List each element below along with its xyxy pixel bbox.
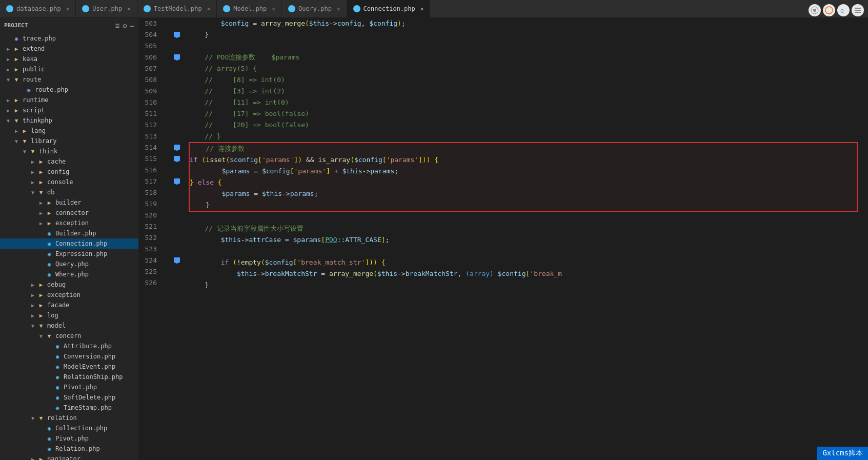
tree-item-trace[interactable]: ◉ trace.php <box>0 33 138 44</box>
tab-close-query[interactable]: ✕ <box>337 6 340 12</box>
tree-item-conversion-php[interactable]: ◉ Conversion.php <box>0 351 138 362</box>
tab-icon-model <box>223 5 230 12</box>
tree-item-kaka[interactable]: ▶ ▶ kaka <box>0 54 138 64</box>
tree-item-think[interactable]: ▼ ▼ think <box>0 146 138 156</box>
tree-label-paginator: paginator <box>47 455 80 460</box>
tree-item-pivot-concern-php[interactable]: ◉ Pivot.php <box>0 382 138 392</box>
folder-icon-relation: ▼ <box>37 414 45 422</box>
tree-item-thinkphp[interactable]: ▼ ▼ thinkphp <box>0 115 138 126</box>
tree-item-connection-php[interactable]: ◉ Connection.php <box>0 238 138 249</box>
ln-508: 508 <box>138 74 163 86</box>
tree-item-exception[interactable]: ▶ ▶ exception <box>0 290 138 300</box>
tree-item-builder[interactable]: ▶ ▶ builder <box>0 197 138 208</box>
tree-item-where-php[interactable]: ◉ Where.php <box>0 269 138 279</box>
bookmark-514 <box>174 145 180 151</box>
gutter-523 <box>169 244 185 255</box>
tree-item-route-php[interactable]: ◉ route.php <box>0 85 138 95</box>
folder-icon-debug: ▶ <box>37 281 45 289</box>
tree-item-log[interactable]: ▶ ▶ log <box>0 310 138 321</box>
sidebar-icon-settings[interactable]: ⚙ <box>123 22 127 30</box>
tree-item-debug[interactable]: ▶ ▶ debug <box>0 279 138 290</box>
file-icon-connection-php: ◉ <box>45 239 53 248</box>
tab-user-php[interactable]: User.php ✕ <box>76 0 137 17</box>
tree-item-attribute-php[interactable]: ◉ Attribute.php <box>0 341 138 351</box>
sidebar-icon-menu[interactable]: ≡ <box>115 22 119 30</box>
tree-label-conversion: Conversion.php <box>64 353 115 360</box>
tree-item-timestamp-php[interactable]: ◉ TimeStamp.php <box>0 403 138 413</box>
ie-icon[interactable]: e <box>837 4 850 16</box>
ln-518: 518 <box>138 187 163 198</box>
tree-item-runtime[interactable]: ▶ ▶ runtime <box>0 95 138 105</box>
tree-item-expression-php[interactable]: ◉ Expression.php <box>0 249 138 259</box>
ln-526: 526 <box>138 277 163 289</box>
tree-item-lang[interactable]: ▶ ▶ lang <box>0 126 138 136</box>
folder-icon-model: ▼ <box>37 322 45 330</box>
tree-item-route[interactable]: ▼ ▼ route <box>0 74 138 85</box>
folder-icon-route: ▼ <box>12 75 21 84</box>
code-content[interactable]: $config = array_merge($this->config, $co… <box>185 18 868 460</box>
tree-item-modelevent-php[interactable]: ◉ ModelEvent.php <box>0 362 138 372</box>
tree-item-console[interactable]: ▶ ▶ console <box>0 177 138 187</box>
tree-item-library[interactable]: ▼ ▼ library <box>0 136 138 146</box>
firefox-icon[interactable] <box>823 4 835 16</box>
file-icon-where-php: ◉ <box>45 270 53 278</box>
tree-item-query-php[interactable]: ◉ Query.php <box>0 259 138 269</box>
tree-arrow-paginator: ▶ <box>29 456 37 461</box>
file-icon-modelevent: ◉ <box>53 363 62 371</box>
tree-item-relationship-php[interactable]: ◉ RelationShip.php <box>0 372 138 382</box>
tree-arrow-concern: ▼ <box>37 333 45 339</box>
tree-item-connector[interactable]: ▶ ▶ connector <box>0 208 138 218</box>
tab-database-php[interactable]: database.php ✕ <box>0 0 76 17</box>
chrome-icon[interactable] <box>809 4 821 16</box>
gutter-505 <box>169 41 185 52</box>
tree-label-collection: Collection.php <box>55 425 107 432</box>
tab-close-user[interactable]: ✕ <box>127 6 131 12</box>
tree-item-softdelete-php[interactable]: ◉ SoftDelete.php <box>0 392 138 403</box>
tree-item-paginator[interactable]: ▶ ▶ paginator <box>0 454 138 460</box>
tree-item-config[interactable]: ▶ ▶ config <box>0 167 138 177</box>
tab-testmodel-php[interactable]: TestModel.php ✕ <box>137 0 217 17</box>
tree-item-collection-php[interactable]: ◉ Collection.php <box>0 423 138 433</box>
tree-item-cache[interactable]: ▶ ▶ cache <box>0 156 138 167</box>
sidebar-header: Project ≡ ⚙ — <box>0 18 138 33</box>
folder-icon-exception: ▶ <box>37 291 45 299</box>
ln-510: 510 <box>138 97 163 108</box>
tab-close-model[interactable]: ✕ <box>272 6 275 12</box>
tree-label-thinkphp: thinkphp <box>23 117 52 124</box>
ln-516: 516 <box>138 165 163 176</box>
tree-label-kaka: kaka <box>23 55 37 63</box>
tree-arrow-relation-folder: ▼ <box>29 415 37 421</box>
tab-close-testmodel[interactable]: ✕ <box>207 6 211 12</box>
tree-label-builder: builder <box>55 199 82 206</box>
tab-icon-query <box>288 5 295 12</box>
tab-connection-php[interactable]: Connection.php ✕ <box>347 0 431 17</box>
folder-icon-exception-db: ▶ <box>45 219 53 227</box>
tree-item-relation-php[interactable]: ◉ Relation.php <box>0 444 138 454</box>
tree-item-exception-db[interactable]: ▶ ▶ exception <box>0 218 138 228</box>
gutter-518 <box>169 187 185 198</box>
tree-item-pivot-php[interactable]: ◉ Pivot.php <box>0 433 138 444</box>
tree-item-relation-folder[interactable]: ▼ ▼ relation <box>0 413 138 423</box>
tree-item-extend[interactable]: ▶ ▶ extend <box>0 44 138 54</box>
tab-query-php[interactable]: Query.php ✕ <box>282 0 347 17</box>
tree-arrow-thinkphp: ▼ <box>4 118 12 124</box>
tree-item-script[interactable]: ▶ ▶ script <box>0 105 138 115</box>
tab-close-database[interactable]: ✕ <box>66 6 70 12</box>
code-line-526: } <box>189 279 868 291</box>
tab-icon-testmodel <box>144 5 151 12</box>
code-line-508: // [8] => int(0) <box>189 74 868 86</box>
ln-525: 525 <box>138 266 163 277</box>
code-line-511: // [17] => bool(false) <box>189 108 868 119</box>
tab-close-connection[interactable]: ✕ <box>420 6 424 12</box>
tree-item-db[interactable]: ▼ ▼ db <box>0 187 138 197</box>
tree-item-builder-php[interactable]: ◉ Builder.php <box>0 228 138 238</box>
tree-item-facade[interactable]: ▶ ▶ facade <box>0 300 138 310</box>
settings-icon[interactable] <box>852 4 864 16</box>
ln-504: 504 <box>138 29 163 41</box>
sidebar-icon-close[interactable]: — <box>130 22 134 30</box>
tab-model-php[interactable]: Model.php ✕ <box>217 0 282 17</box>
tree-item-public[interactable]: ▶ ▶ public <box>0 64 138 74</box>
tree-item-concern[interactable]: ▼ ▼ concern <box>0 331 138 341</box>
tree-item-model[interactable]: ▼ ▼ model <box>0 321 138 331</box>
tab-icon-user <box>82 5 89 12</box>
